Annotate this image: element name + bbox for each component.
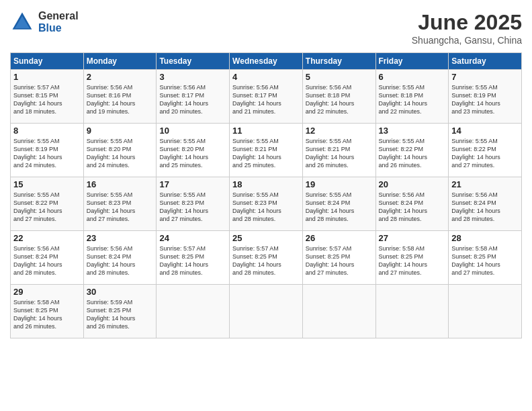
day-number: 19 — [306, 179, 373, 189]
col-header-wednesday: Wednesday — [230, 53, 303, 70]
calendar-cell: 23Sunrise: 5:56 AM Sunset: 8:24 PM Dayli… — [83, 231, 157, 285]
calendar-cell: 25Sunrise: 5:57 AM Sunset: 8:25 PM Dayli… — [230, 231, 303, 285]
cell-info: Sunrise: 5:55 AM Sunset: 8:21 PM Dayligh… — [232, 137, 300, 170]
calendar-cell: 16Sunrise: 5:55 AM Sunset: 8:23 PM Dayli… — [83, 177, 157, 231]
col-header-monday: Monday — [83, 53, 157, 70]
calendar-cell — [375, 285, 449, 338]
day-number: 25 — [232, 233, 300, 243]
cell-info: Sunrise: 5:55 AM Sunset: 8:19 PM Dayligh… — [451, 83, 519, 116]
calendar-cell: 22Sunrise: 5:56 AM Sunset: 8:24 PM Dayli… — [11, 231, 84, 285]
calendar-cell: 4Sunrise: 5:56 AM Sunset: 8:17 PM Daylig… — [230, 70, 303, 124]
calendar-cell: 10Sunrise: 5:55 AM Sunset: 8:20 PM Dayli… — [157, 124, 230, 177]
day-number: 27 — [379, 233, 446, 243]
logo: General Blue — [10, 10, 79, 34]
calendar-cell: 19Sunrise: 5:55 AM Sunset: 8:24 PM Dayli… — [302, 177, 375, 231]
day-number: 18 — [232, 179, 300, 189]
cell-info: Sunrise: 5:56 AM Sunset: 8:16 PM Dayligh… — [87, 83, 154, 116]
day-number: 23 — [87, 233, 154, 243]
title-block: June 2025 Shuangcha, Gansu, China — [412, 10, 522, 46]
cell-info: Sunrise: 5:55 AM Sunset: 8:23 PM Dayligh… — [87, 191, 154, 224]
day-number: 3 — [159, 72, 226, 82]
calendar-cell: 12Sunrise: 5:55 AM Sunset: 8:21 PM Dayli… — [302, 124, 375, 177]
day-number: 24 — [159, 233, 226, 243]
calendar-week-5: 29Sunrise: 5:58 AM Sunset: 8:25 PM Dayli… — [11, 285, 522, 338]
cell-info: Sunrise: 5:58 AM Sunset: 8:25 PM Dayligh… — [379, 244, 446, 277]
calendar-header-row: SundayMondayTuesdayWednesdayThursdayFrid… — [11, 53, 522, 70]
cell-info: Sunrise: 5:56 AM Sunset: 8:24 PM Dayligh… — [87, 244, 154, 277]
col-header-tuesday: Tuesday — [157, 53, 230, 70]
col-header-friday: Friday — [375, 53, 449, 70]
cell-info: Sunrise: 5:55 AM Sunset: 8:23 PM Dayligh… — [232, 191, 300, 224]
day-number: 12 — [306, 126, 373, 136]
cell-info: Sunrise: 5:55 AM Sunset: 8:20 PM Dayligh… — [87, 137, 154, 170]
calendar-cell: 6Sunrise: 5:55 AM Sunset: 8:18 PM Daylig… — [375, 70, 449, 124]
day-number: 10 — [159, 126, 226, 136]
day-number: 8 — [13, 126, 81, 136]
day-number: 14 — [451, 126, 519, 136]
cell-info: Sunrise: 5:55 AM Sunset: 8:23 PM Dayligh… — [159, 191, 226, 224]
calendar-cell — [302, 285, 375, 338]
day-number: 15 — [13, 179, 81, 189]
cell-info: Sunrise: 5:55 AM Sunset: 8:22 PM Dayligh… — [13, 191, 81, 224]
cell-info: Sunrise: 5:56 AM Sunset: 8:24 PM Dayligh… — [13, 244, 81, 277]
calendar-cell: 7Sunrise: 5:55 AM Sunset: 8:19 PM Daylig… — [449, 70, 522, 124]
cell-info: Sunrise: 5:55 AM Sunset: 8:20 PM Dayligh… — [159, 137, 226, 170]
calendar-cell: 13Sunrise: 5:55 AM Sunset: 8:22 PM Dayli… — [375, 124, 449, 177]
cell-info: Sunrise: 5:56 AM Sunset: 8:17 PM Dayligh… — [232, 83, 300, 116]
calendar-table: SundayMondayTuesdayWednesdayThursdayFrid… — [10, 52, 522, 338]
calendar-cell: 26Sunrise: 5:57 AM Sunset: 8:25 PM Dayli… — [302, 231, 375, 285]
cell-info: Sunrise: 5:58 AM Sunset: 8:25 PM Dayligh… — [451, 244, 519, 277]
day-number: 6 — [379, 72, 446, 82]
day-number: 5 — [306, 72, 373, 82]
calendar-cell: 14Sunrise: 5:55 AM Sunset: 8:22 PM Dayli… — [449, 124, 522, 177]
calendar-cell — [449, 285, 522, 338]
day-number: 17 — [159, 179, 226, 189]
day-number: 2 — [87, 72, 154, 82]
day-number: 28 — [451, 233, 519, 243]
calendar-cell: 9Sunrise: 5:55 AM Sunset: 8:20 PM Daylig… — [83, 124, 157, 177]
logo-general: General — [38, 10, 79, 22]
calendar-cell: 28Sunrise: 5:58 AM Sunset: 8:25 PM Dayli… — [449, 231, 522, 285]
calendar-cell: 20Sunrise: 5:56 AM Sunset: 8:24 PM Dayli… — [375, 177, 449, 231]
calendar-cell: 29Sunrise: 5:58 AM Sunset: 8:25 PM Dayli… — [11, 285, 84, 338]
calendar-cell: 8Sunrise: 5:55 AM Sunset: 8:19 PM Daylig… — [11, 124, 84, 177]
main-title: June 2025 — [412, 10, 522, 35]
calendar-cell: 21Sunrise: 5:56 AM Sunset: 8:24 PM Dayli… — [449, 177, 522, 231]
calendar-week-3: 15Sunrise: 5:55 AM Sunset: 8:22 PM Dayli… — [11, 177, 522, 231]
header: General Blue June 2025 Shuangcha, Gansu,… — [10, 10, 522, 46]
page: General Blue June 2025 Shuangcha, Gansu,… — [0, 0, 532, 411]
cell-info: Sunrise: 5:55 AM Sunset: 8:22 PM Dayligh… — [379, 137, 446, 170]
calendar-cell — [157, 285, 230, 338]
day-number: 30 — [87, 287, 154, 297]
day-number: 22 — [13, 233, 81, 243]
calendar-week-1: 1Sunrise: 5:57 AM Sunset: 8:15 PM Daylig… — [11, 70, 522, 124]
day-number: 20 — [379, 179, 446, 189]
cell-info: Sunrise: 5:55 AM Sunset: 8:18 PM Dayligh… — [379, 83, 446, 116]
day-number: 9 — [87, 126, 154, 136]
logo-icon — [10, 10, 34, 34]
cell-info: Sunrise: 5:58 AM Sunset: 8:25 PM Dayligh… — [13, 298, 81, 331]
day-number: 7 — [451, 72, 519, 82]
cell-info: Sunrise: 5:57 AM Sunset: 8:25 PM Dayligh… — [306, 244, 373, 277]
col-header-saturday: Saturday — [449, 53, 522, 70]
calendar-cell: 1Sunrise: 5:57 AM Sunset: 8:15 PM Daylig… — [11, 70, 84, 124]
cell-info: Sunrise: 5:57 AM Sunset: 8:25 PM Dayligh… — [232, 244, 300, 277]
cell-info: Sunrise: 5:56 AM Sunset: 8:17 PM Dayligh… — [159, 83, 226, 116]
calendar-cell: 30Sunrise: 5:59 AM Sunset: 8:25 PM Dayli… — [83, 285, 157, 338]
cell-info: Sunrise: 5:56 AM Sunset: 8:24 PM Dayligh… — [451, 191, 519, 224]
calendar-cell: 2Sunrise: 5:56 AM Sunset: 8:16 PM Daylig… — [83, 70, 157, 124]
calendar-cell: 24Sunrise: 5:57 AM Sunset: 8:25 PM Dayli… — [157, 231, 230, 285]
calendar-week-2: 8Sunrise: 5:55 AM Sunset: 8:19 PM Daylig… — [11, 124, 522, 177]
calendar-cell: 15Sunrise: 5:55 AM Sunset: 8:22 PM Dayli… — [11, 177, 84, 231]
day-number: 11 — [232, 126, 300, 136]
col-header-thursday: Thursday — [302, 53, 375, 70]
cell-info: Sunrise: 5:55 AM Sunset: 8:19 PM Dayligh… — [13, 137, 81, 170]
calendar-cell — [230, 285, 303, 338]
cell-info: Sunrise: 5:55 AM Sunset: 8:24 PM Dayligh… — [306, 191, 373, 224]
calendar-cell: 27Sunrise: 5:58 AM Sunset: 8:25 PM Dayli… — [375, 231, 449, 285]
logo-text: General Blue — [38, 10, 79, 34]
day-number: 13 — [379, 126, 446, 136]
calendar-cell: 18Sunrise: 5:55 AM Sunset: 8:23 PM Dayli… — [230, 177, 303, 231]
cell-info: Sunrise: 5:55 AM Sunset: 8:22 PM Dayligh… — [451, 137, 519, 170]
col-header-sunday: Sunday — [11, 53, 84, 70]
